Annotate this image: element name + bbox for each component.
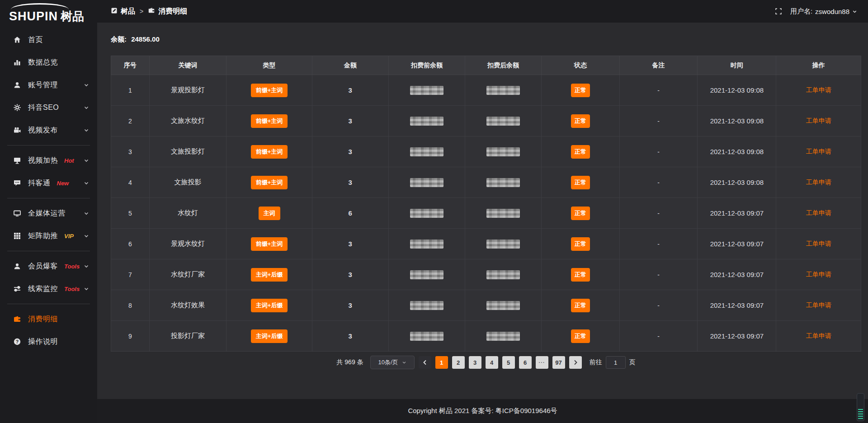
sidebar-item-label: 操作说明	[28, 337, 58, 347]
table-row: 9 投影灯厂家 主词+后缀 3 正常 - 2021-12-03 09:07 工单…	[111, 321, 861, 352]
table-row: 7 水纹灯厂家 主词+后缀 3 正常 - 2021-12-03 09:07 工单…	[111, 259, 861, 290]
censored-value	[410, 147, 443, 156]
column-header: 备注	[619, 56, 698, 75]
cell-index: 2	[111, 106, 150, 136]
cell-pre-balance	[388, 290, 465, 321]
work-order-link[interactable]: 工单申请	[806, 209, 831, 216]
cell-post-balance	[465, 198, 542, 229]
page-button-6[interactable]: 6	[519, 356, 532, 369]
cell-post-balance	[465, 290, 542, 321]
sidebar-item-video-heating[interactable]: 视频加热 Hot	[0, 149, 97, 172]
work-order-link[interactable]: 工单申请	[806, 332, 831, 339]
cell-time: 2021-12-03 09:08	[698, 75, 776, 106]
form-icon	[111, 7, 118, 16]
cell-post-balance	[465, 136, 542, 167]
sidebar-item-label: 视频发布	[28, 126, 58, 135]
brand-logo[interactable]: SHUPIN 树品	[0, 0, 97, 28]
username-label: 用户名:	[790, 7, 812, 16]
page-button-2[interactable]: 2	[452, 356, 465, 369]
breadcrumb-item-consumption-details[interactable]: 消费明细	[148, 7, 187, 16]
content-area: 余额: 24856.00 序号 关键词 类型 金额 扣费前余额 扣费后余额	[97, 23, 868, 399]
work-order-link[interactable]: 工单申请	[806, 148, 831, 155]
column-header: 扣费后余额	[465, 56, 542, 75]
cell-keyword: 水纹灯效果	[149, 290, 226, 321]
cell-index: 1	[111, 75, 150, 106]
cell-remark: -	[619, 321, 698, 352]
svg-text:?: ?	[16, 339, 19, 344]
page-ellipsis-button[interactable]: ···	[536, 356, 548, 369]
cell-pre-balance	[388, 75, 465, 106]
new-badge: New	[57, 180, 69, 187]
corner-widget[interactable]	[857, 393, 864, 421]
status-badge: 正常	[571, 145, 590, 159]
sidebar-item-lead-monitoring[interactable]: 线索监控 Tools	[0, 277, 97, 300]
page-button-5[interactable]: 5	[502, 356, 515, 369]
censored-value	[486, 147, 520, 156]
censored-value	[410, 301, 443, 310]
goto-page-input[interactable]	[606, 356, 626, 369]
cell-action: 工单申请	[776, 321, 861, 352]
sidebar-item-label: 首页	[28, 35, 43, 45]
cell-amount: 3	[312, 75, 388, 106]
balance-value: 24856.00	[131, 35, 160, 43]
sidebar-item-instructions[interactable]: ? 操作说明	[0, 330, 97, 353]
cell-post-balance	[465, 167, 542, 198]
cell-pre-balance	[388, 259, 465, 290]
cell-post-balance	[465, 75, 542, 106]
table-row: 8 水纹灯效果 主词+后缀 3 正常 - 2021-12-03 09:07 工单…	[111, 290, 861, 321]
next-page-button[interactable]	[569, 356, 582, 369]
censored-value	[410, 86, 443, 95]
breadcrumb-item-shupin[interactable]: 树品	[111, 7, 135, 16]
page-button-97[interactable]: 97	[552, 356, 565, 369]
cell-post-balance	[465, 229, 542, 259]
sidebar-item-consumption-details[interactable]: 消费明细	[0, 308, 97, 330]
home-icon	[13, 35, 22, 44]
fullscreen-icon[interactable]	[775, 8, 782, 15]
sliders-icon	[13, 284, 22, 293]
cell-index: 7	[111, 259, 150, 290]
cell-index: 9	[111, 321, 150, 352]
sidebar-item-home[interactable]: 首页	[0, 28, 97, 51]
page-button-1[interactable]: 1	[435, 356, 448, 369]
chevron-down-icon	[84, 158, 89, 163]
page-button-3[interactable]: 3	[469, 356, 481, 369]
goto-page-group: 前往 页	[590, 356, 636, 369]
type-badge: 前缀+主词	[251, 84, 288, 97]
work-order-link[interactable]: 工单申请	[806, 179, 831, 186]
cell-type: 主词	[226, 198, 312, 229]
cell-amount: 3	[312, 290, 388, 321]
main-area: 树品 > 消费明细 用户名: zswodun88	[97, 0, 868, 423]
cell-action: 工单申请	[776, 198, 861, 229]
sidebar-item-label: 数据总览	[28, 58, 58, 67]
sidebar-item-all-media-operation[interactable]: 全媒体运营	[0, 202, 97, 225]
prev-page-button[interactable]	[419, 356, 431, 369]
cell-time: 2021-12-03 09:07	[698, 259, 776, 290]
page-button-4[interactable]: 4	[486, 356, 498, 369]
work-order-link[interactable]: 工单申请	[806, 301, 831, 309]
work-order-link[interactable]: 工单申请	[806, 271, 831, 278]
sidebar-item-data-overview[interactable]: 数据总览	[0, 51, 97, 74]
sidebar-item-douketong[interactable]: 抖客通 New	[0, 172, 97, 194]
sidebar-item-account-management[interactable]: 账号管理	[0, 74, 97, 96]
cell-remark: -	[619, 259, 698, 290]
cell-action: 工单申请	[776, 229, 861, 259]
page-size-select[interactable]: 10条/页	[370, 356, 415, 369]
sidebar-item-douyin-seo[interactable]: 抖音SEO	[0, 96, 97, 119]
user-menu[interactable]: 用户名: zswodun88	[790, 7, 857, 16]
cell-status: 正常	[542, 198, 620, 229]
work-order-link[interactable]: 工单申请	[806, 86, 831, 94]
cell-status: 正常	[542, 167, 620, 198]
work-order-link[interactable]: 工单申请	[806, 117, 831, 124]
work-order-link[interactable]: 工单申请	[806, 240, 831, 247]
sidebar-item-matrix-boost[interactable]: 矩阵助推 VIP	[0, 225, 97, 247]
column-header: 扣费前余额	[388, 56, 465, 75]
table-row: 4 文旅投影 前缀+主词 3 正常 - 2021-12-03 09:08 工单申…	[111, 167, 861, 198]
censored-value	[486, 332, 520, 341]
cell-action: 工单申请	[776, 167, 861, 198]
type-badge: 前缀+主词	[251, 145, 288, 159]
topbar: 树品 > 消费明细 用户名: zswodun88	[97, 0, 868, 23]
screen-icon	[13, 156, 22, 165]
sidebar-item-member-marketing[interactable]: 会员爆客 Tools	[0, 255, 97, 277]
sidebar-item-video-publish[interactable]: 视频发布	[0, 119, 97, 141]
type-badge: 前缀+主词	[251, 176, 288, 189]
